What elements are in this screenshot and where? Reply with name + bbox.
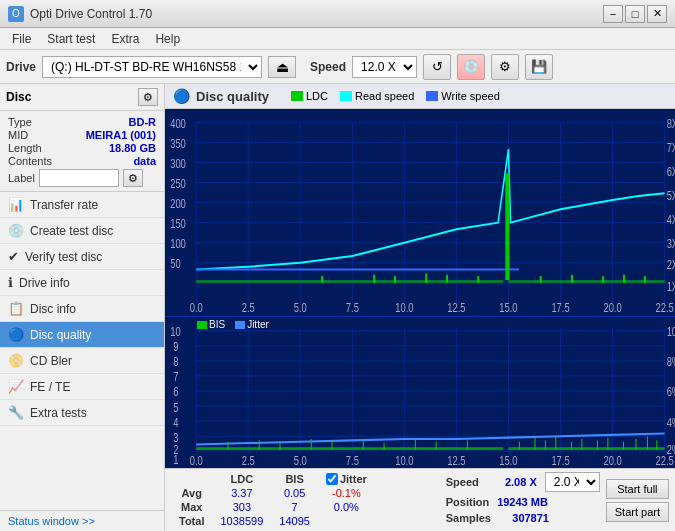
nav-cd-bler-label: CD Bler	[30, 354, 72, 368]
nav-verify-test-disc[interactable]: ✔ Verify test disc	[0, 244, 164, 270]
svg-rect-55	[425, 273, 427, 282]
jitter-legend-box	[235, 321, 245, 329]
svg-text:10.0: 10.0	[395, 454, 413, 468]
col-header-jitter-check: Jitter	[318, 472, 375, 486]
svg-text:9: 9	[173, 340, 178, 354]
svg-text:4: 4	[173, 416, 178, 430]
svg-text:6: 6	[173, 385, 178, 399]
svg-text:200: 200	[170, 197, 186, 210]
extra-tests-icon: 🔧	[8, 405, 24, 420]
refresh-button[interactable]: ↺	[423, 54, 451, 80]
drive-select[interactable]: (Q:) HL-DT-ST BD-RE WH16NS58 1.V1	[42, 56, 262, 78]
svg-text:7.5: 7.5	[346, 301, 359, 314]
transfer-rate-icon: 📊	[8, 197, 24, 212]
svg-rect-111	[279, 443, 280, 450]
speed-dropdown[interactable]: 2.0 X	[545, 472, 600, 492]
svg-text:350: 350	[170, 137, 186, 150]
svg-text:7.5: 7.5	[346, 454, 359, 468]
contents-value: data	[133, 155, 156, 167]
svg-rect-62	[644, 276, 646, 283]
svg-rect-113	[332, 442, 333, 450]
svg-rect-116	[415, 439, 416, 450]
speed-label: Speed	[310, 60, 346, 74]
label-input[interactable]	[39, 169, 119, 187]
row-max-ldc: 303	[212, 500, 271, 514]
position-stat-label: Position	[446, 496, 489, 508]
nav-drive-info[interactable]: ℹ Drive info	[0, 270, 164, 296]
eject-button[interactable]: ⏏	[268, 56, 296, 78]
save-button[interactable]: 💾	[525, 54, 553, 80]
svg-text:5X: 5X	[667, 189, 675, 202]
svg-rect-121	[534, 438, 535, 450]
stats-panel: LDC BIS Jitter Avg 3.37	[165, 468, 675, 531]
svg-rect-126	[597, 441, 598, 451]
charts-area: 400 350 300 250 200 150 100 50 8X 7X 6X …	[165, 109, 675, 468]
menu-file[interactable]: File	[4, 30, 39, 48]
nav-transfer-rate-label: Transfer rate	[30, 198, 98, 212]
status-window-toggle[interactable]: Status window >>	[0, 510, 164, 531]
length-label: Length	[8, 142, 42, 154]
svg-rect-129	[635, 439, 636, 450]
disc-settings-icon[interactable]: ⚙	[138, 88, 158, 106]
right-panel: 🔵 Disc quality LDC Read speed Write spee…	[165, 84, 675, 531]
nav-create-test-disc[interactable]: 💿 Create test disc	[0, 218, 164, 244]
svg-rect-0	[165, 109, 675, 316]
nav-transfer-rate[interactable]: 📊 Transfer rate	[0, 192, 164, 218]
menu-extra[interactable]: Extra	[103, 30, 147, 48]
row-total-jitter	[318, 514, 375, 528]
nav-cd-bler[interactable]: 📀 CD Bler	[0, 348, 164, 374]
minimize-button[interactable]: −	[603, 5, 623, 23]
bis-legend-label: BIS	[209, 319, 225, 330]
svg-text:400: 400	[170, 117, 186, 130]
start-full-button[interactable]: Start full	[606, 479, 669, 499]
svg-rect-51	[508, 280, 664, 283]
stats-table: LDC BIS Jitter Avg 3.37	[171, 472, 375, 528]
write-speed-legend-box	[426, 91, 438, 101]
svg-rect-125	[581, 439, 582, 450]
nav-verify-test-disc-label: Verify test disc	[25, 250, 102, 264]
row-max-jitter: 0.0%	[318, 500, 375, 514]
type-value: BD-R	[129, 116, 157, 128]
svg-text:8: 8	[173, 355, 178, 369]
menu-help[interactable]: Help	[147, 30, 188, 48]
nav-fe-te-label: FE / TE	[30, 380, 70, 394]
cd-bler-icon: 📀	[8, 353, 24, 368]
disc-button[interactable]: 💿	[457, 54, 485, 80]
svg-text:17.5: 17.5	[551, 301, 569, 314]
nav-disc-info[interactable]: 📋 Disc info	[0, 296, 164, 322]
bis-chart-svg: 10 9 8 7 6 5 4 3 2 1 10% 8% 6% 4% 2%	[165, 317, 675, 468]
svg-rect-59	[571, 275, 573, 283]
svg-text:15.0: 15.0	[499, 454, 517, 468]
disc-quality-title: Disc quality	[196, 89, 269, 104]
ldc-legend-label: LDC	[306, 90, 328, 102]
svg-rect-122	[545, 441, 546, 451]
svg-rect-114	[363, 441, 364, 451]
nav-disc-quality[interactable]: 🔵 Disc quality	[0, 322, 164, 348]
col-header-bis: BIS	[271, 472, 318, 486]
disc-quality-icon: 🔵	[8, 327, 24, 342]
svg-text:1X: 1X	[667, 280, 675, 293]
svg-text:15.0: 15.0	[499, 301, 517, 314]
nav-extra-tests[interactable]: 🔧 Extra tests	[0, 400, 164, 426]
app-title: Opti Drive Control 1.70	[30, 7, 152, 21]
close-button[interactable]: ✕	[647, 5, 667, 23]
settings-button[interactable]: ⚙	[491, 54, 519, 80]
start-part-button[interactable]: Start part	[606, 502, 669, 522]
svg-text:10.0: 10.0	[395, 301, 413, 314]
label-settings-icon[interactable]: ⚙	[123, 169, 143, 187]
title-bar: O Opti Drive Control 1.70 − □ ✕	[0, 0, 675, 28]
svg-rect-63	[165, 317, 675, 468]
read-speed-legend-box	[340, 91, 352, 101]
mid-value: MEIRA1 (001)	[86, 129, 156, 141]
svg-text:12.5: 12.5	[447, 454, 465, 468]
svg-rect-56	[446, 275, 448, 283]
maximize-button[interactable]: □	[625, 5, 645, 23]
svg-rect-50	[505, 173, 509, 280]
speed-select[interactable]: 12.0 X	[352, 56, 417, 78]
svg-text:2.5: 2.5	[242, 454, 255, 468]
menu-start-test[interactable]: Start test	[39, 30, 103, 48]
svg-text:8%: 8%	[667, 355, 675, 369]
jitter-checkbox[interactable]	[326, 473, 338, 485]
row-total-bis: 14095	[271, 514, 318, 528]
nav-fe-te[interactable]: 📈 FE / TE	[0, 374, 164, 400]
